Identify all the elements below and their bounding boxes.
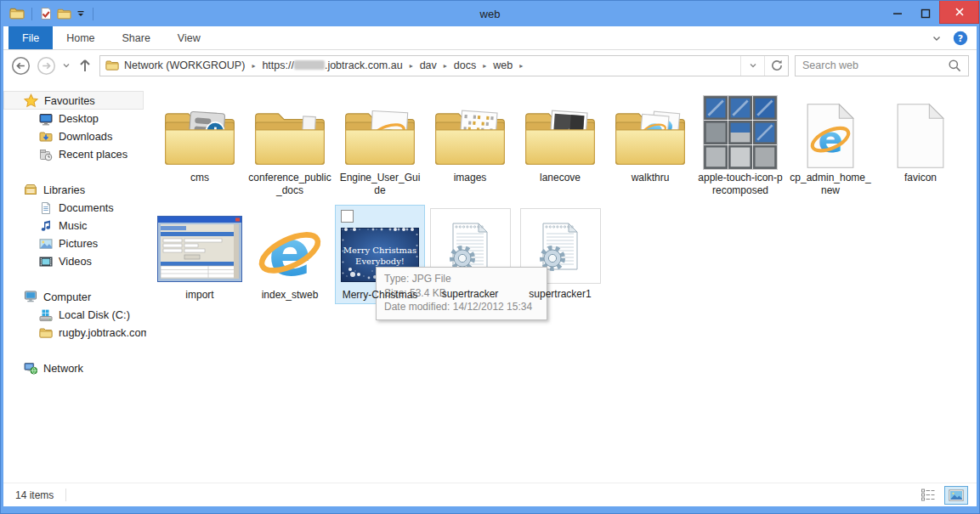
folder-photo-icon: [523, 107, 598, 170]
file-item-supertracker1[interactable]: supertracker1: [515, 205, 605, 304]
sidebar-section-computer[interactable]: Computer: [3, 287, 144, 306]
sidebar-item-rugby-jobtrack-com[interactable]: rugby.jobtrack.com...: [3, 324, 146, 342]
details-view-button[interactable]: [916, 486, 940, 505]
app-window-icon: [157, 216, 242, 287]
file-item-index-stweb[interactable]: eindex_stweb: [245, 205, 335, 304]
ie-doc-icon: e: [804, 102, 857, 170]
breadcrumb-separator-icon: ▸: [252, 62, 255, 70]
file-icon-box: [613, 91, 688, 170]
file-label: conference_public_docs: [247, 172, 332, 197]
file-icon-box: [252, 91, 327, 170]
tooltip-date-line: Date modified: 14/12/2012 15:34: [384, 300, 539, 314]
tab-view[interactable]: View: [164, 26, 214, 49]
file-item-lanecove[interactable]: lanecove: [515, 88, 605, 200]
downloads-icon: [39, 130, 53, 144]
folder-images-icon: [433, 107, 507, 170]
desktop-icon: [39, 112, 53, 126]
new-folder-icon[interactable]: [56, 6, 72, 22]
window-chrome: FileHomeShareView ? Network (WORKGROUP)▸…: [3, 26, 977, 506]
file-icon-box: [157, 208, 242, 287]
file-item-walkthru[interactable]: walkthru: [605, 88, 695, 200]
back-button[interactable]: [11, 56, 31, 76]
breadcrumb-item[interactable]: docs: [453, 59, 477, 71]
disk-icon: [39, 308, 53, 322]
network-icon: [24, 361, 37, 375]
sidebar-item-pictures[interactable]: Pictures: [3, 234, 146, 252]
file-label: cp_admin_home_new: [788, 172, 873, 197]
file-icon-box: [894, 91, 947, 170]
file-item-conference-public-docs[interactable]: conference_public_docs: [245, 88, 335, 200]
file-item-cp-admin-home-new[interactable]: ecp_admin_home_new: [785, 88, 875, 200]
up-button[interactable]: [76, 57, 93, 74]
file-label: index_stweb: [262, 289, 319, 302]
music-icon: [39, 219, 53, 233]
app-icon[interactable]: [8, 5, 25, 22]
file-item-images[interactable]: images: [425, 88, 515, 200]
breadcrumb-item[interactable]: dav: [419, 59, 438, 71]
quick-access-toolbar: [1, 5, 97, 22]
close-button[interactable]: [939, 1, 979, 24]
file-label: images: [454, 172, 487, 184]
breadcrumb-separator-icon: ▸: [410, 62, 413, 70]
file-label: favicon: [904, 172, 937, 184]
gear-doc-icon: [533, 218, 587, 274]
address-bar[interactable]: Network (WORKGROUP)▸https://.jobtrack.co…: [99, 55, 789, 76]
refresh-icon[interactable]: [764, 56, 788, 76]
ribbon-collapse-icon[interactable]: [932, 33, 942, 43]
file-item-apple-touch-icon-precomposed[interactable]: apple-touch-icon-precomposed: [695, 88, 785, 200]
tab-home[interactable]: Home: [53, 26, 108, 49]
svg-text:?: ?: [958, 33, 963, 44]
computer-icon: [24, 290, 37, 303]
minimize-button[interactable]: [883, 1, 911, 26]
breadcrumb-item[interactable]: https://.jobtrack.com.au: [261, 59, 403, 71]
breadcrumb-separator-icon: ▸: [483, 62, 486, 70]
sidebar-section-network[interactable]: Network: [3, 359, 144, 377]
sidebar-item-videos[interactable]: Videos: [3, 252, 146, 270]
file-item-cms[interactable]: cms: [155, 88, 245, 200]
file-icon-box: [703, 91, 778, 170]
libraries-icon: [24, 183, 37, 196]
file-label: import: [185, 289, 213, 302]
sidebar-section-favourites[interactable]: Favourites: [3, 91, 144, 110]
svg-text:e: e: [818, 118, 842, 161]
forward-button[interactable]: [37, 56, 56, 76]
sidebar-item-music[interactable]: Music: [3, 217, 146, 234]
address-dropdown-icon[interactable]: [740, 56, 764, 76]
tab-share[interactable]: Share: [109, 26, 164, 49]
check-doc-icon[interactable]: [38, 6, 54, 21]
file-item-engine-user-guide[interactable]: eEngine_User_Guide: [335, 88, 425, 200]
sidebar-item-desktop[interactable]: Desktop: [3, 110, 146, 127]
file-icon-box: [433, 91, 507, 170]
file-icon-box: e: [343, 91, 417, 170]
maximize-button[interactable]: [911, 1, 939, 26]
help-button[interactable]: ?: [953, 31, 968, 46]
sidebar-section-libraries[interactable]: Libraries: [3, 180, 144, 199]
file-icon-box: e: [804, 91, 857, 170]
redacted-text: [294, 60, 325, 70]
breadcrumb-item[interactable]: Network (WORKGROUP): [123, 59, 246, 71]
folder-plain-icon: [252, 107, 327, 170]
search-icon: [948, 59, 968, 72]
ie-logo-icon: e: [253, 214, 326, 287]
search-box: [795, 55, 969, 76]
view-switcher: [916, 486, 977, 505]
sidebar-item-downloads[interactable]: Downloads: [3, 127, 146, 145]
content-area: FavouritesDesktopDownloadsRecent placesL…: [3, 81, 977, 483]
breadcrumb-item[interactable]: web: [492, 59, 513, 71]
folder-ie-doc-icon: e: [343, 107, 417, 170]
sidebar-item-local-disk-c[interactable]: Local Disk (C:): [3, 306, 146, 324]
tooltip-type-line: Type: JPG File: [384, 272, 539, 286]
file-item-favicon[interactable]: favicon: [875, 88, 966, 200]
qat-arrow-icon[interactable]: [75, 8, 87, 20]
thumbnail-view-button[interactable]: [944, 486, 968, 505]
tab-file[interactable]: File: [8, 26, 53, 49]
search-input[interactable]: [796, 59, 948, 71]
file-item-import[interactable]: import: [155, 205, 245, 304]
selection-checkbox[interactable]: [341, 210, 354, 223]
file-item-merry-christmas[interactable]: Merry ChristmasEverybody!Merry-Christmas: [335, 205, 425, 304]
window-title: web: [1, 8, 979, 20]
sidebar-item-recent-places[interactable]: Recent places: [3, 145, 146, 163]
recent-locations-icon[interactable]: [62, 61, 71, 70]
address-bar-row: Network (WORKGROUP)▸https://.jobtrack.co…: [3, 50, 977, 81]
sidebar-item-documents[interactable]: Documents: [3, 199, 146, 217]
